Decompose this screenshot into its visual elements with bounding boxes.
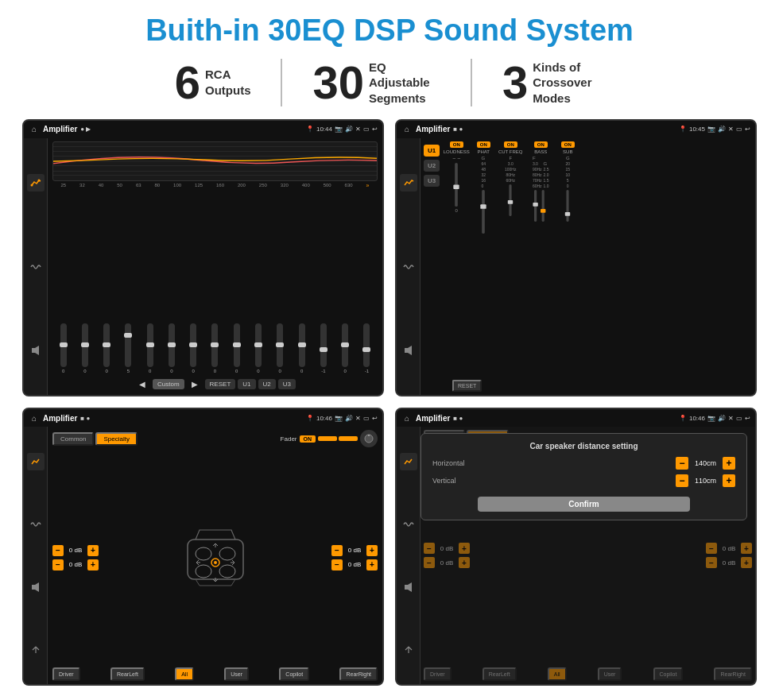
sub-slider[interactable] [561, 190, 574, 222]
back-icon-2[interactable]: ↩ [745, 126, 750, 133]
side-icons-4 [397, 427, 421, 684]
eq-u1-button[interactable]: U1 [238, 379, 255, 389]
plus-rr[interactable]: + [366, 559, 378, 570]
side-icon-speaker-2[interactable] [400, 342, 417, 359]
pin-icon-4: 📍 [679, 415, 687, 422]
icons-3: ■ ● [80, 415, 90, 422]
cam-icon-2: 📷 [707, 126, 715, 133]
car-diagram-svg [180, 524, 251, 591]
side-icon-eq-2[interactable] [400, 174, 417, 191]
dialog-plus-vertical[interactable]: + [723, 474, 735, 487]
fader-slider-1[interactable] [318, 436, 337, 441]
copilot-btn-3[interactable]: Copilot [279, 667, 309, 681]
side-icon-speaker-3[interactable] [27, 578, 45, 596]
svg-point-28 [214, 561, 217, 564]
channels-wrapper: ON LOUDNESS ~~ 0 [442, 141, 752, 376]
status-bar-left-4: ⌂ Amplifier ■ ● [401, 412, 463, 423]
side-icon-wave-2[interactable] [400, 258, 417, 276]
app-title-3: Amplifier [43, 414, 77, 423]
bass-slider[interactable] [531, 190, 550, 222]
pin-icon-1: 📍 [306, 126, 314, 133]
eq-curve-svg [53, 142, 377, 180]
u1-button[interactable]: U1 [424, 145, 440, 157]
eq-prev-button[interactable]: ◀ [134, 378, 150, 390]
cam-icon-4: 📷 [707, 415, 715, 422]
tab-specialty-3[interactable]: Specialty [95, 432, 137, 446]
side-icon-eq-3[interactable] [27, 453, 45, 470]
tab-common-3[interactable]: Common [52, 432, 94, 446]
home-icon-2[interactable]: ⌂ [401, 124, 413, 135]
eq-slider-13: 0 [342, 323, 348, 373]
cutfreq-slider[interactable] [504, 184, 517, 216]
status-bar-4: ⌂ Amplifier ■ ● 📍 10:46 📷 🔊 ✕ ▭ ↩ [397, 409, 755, 427]
channel-label-cutfreq: CUT FREQ [498, 149, 523, 154]
status-bar-right-1: 📍 10:44 📷 🔊 ✕ ▭ ↩ [306, 126, 378, 133]
plus-fr[interactable]: + [366, 545, 378, 556]
dialog-minus-vertical[interactable]: − [676, 474, 688, 487]
side-icon-arrows-3[interactable] [27, 641, 45, 659]
loudness-slider[interactable] [448, 163, 464, 207]
status-bar-1: ⌂ Amplifier ● ▶ 📍 10:44 📷 🔊 ✕ ▭ ↩ [24, 121, 382, 138]
stat-number-crossover: 3 [502, 60, 528, 106]
fader-slider-2[interactable] [339, 436, 358, 441]
dialog-vertical-row: Vertical − 110cm + [432, 474, 735, 487]
home-icon-1[interactable]: ⌂ [29, 124, 40, 135]
side-icon-wave-4[interactable] [400, 516, 417, 533]
dialog-horizontal-control: − 140cm + [676, 457, 735, 470]
all-btn-3[interactable]: All [175, 667, 194, 681]
dialog-plus-horizontal[interactable]: + [723, 457, 735, 470]
u2-button[interactable]: U2 [424, 160, 440, 172]
top-tabs-3: Common Specialty [52, 432, 138, 446]
back-icon-3[interactable]: ↩ [372, 415, 378, 422]
speaker-area: − 0 dB + − 0 dB + [52, 451, 378, 664]
status-bar-left-3: ⌂ Amplifier ■ ● [29, 412, 90, 423]
eq-custom-button[interactable]: Custom [153, 379, 184, 389]
plus-fl[interactable]: + [87, 545, 99, 556]
user-btn-3[interactable]: User [224, 667, 249, 681]
reset-button-2[interactable]: RESET [452, 380, 482, 392]
fader-on-button[interactable]: ON [300, 435, 316, 443]
home-icon-3[interactable]: ⌂ [29, 412, 40, 423]
dialog-minus-horizontal[interactable]: − [676, 457, 688, 470]
eq-u3-button[interactable]: U3 [278, 379, 296, 389]
play-icon-1: ● ▶ [80, 126, 91, 133]
phat-slider[interactable] [477, 190, 490, 234]
back-icon-4[interactable]: ↩ [745, 415, 750, 422]
distance-dialog: Car speaker distance setting Horizontal … [421, 433, 747, 520]
svg-point-26 [219, 565, 235, 578]
stat-number-eq: 30 [312, 60, 364, 106]
minus-rl[interactable]: − [52, 559, 64, 570]
confirm-button[interactable]: Confirm [478, 497, 690, 512]
driver-btn-3[interactable]: Driver [52, 667, 80, 681]
u3-button[interactable]: U3 [424, 175, 440, 187]
minus-fl[interactable]: − [52, 545, 64, 556]
stats-row: 6 RCAOutputs 30 EQ AdjustableSegments 3 … [22, 59, 757, 106]
vol-icon-3: 🔊 [345, 415, 353, 422]
back-icon-1[interactable]: ↩ [372, 126, 378, 133]
rearright-btn-3[interactable]: RearRight [339, 667, 378, 681]
on-badge-loudness: ON [450, 141, 463, 148]
cam-icon-1: 📷 [335, 126, 343, 133]
eq-next-button[interactable]: ▶ [187, 378, 203, 390]
side-icon-wave-3[interactable] [27, 516, 45, 533]
side-icon-speaker-4[interactable] [400, 578, 417, 596]
side-icon-wave[interactable] [27, 258, 45, 276]
fader-knob[interactable] [360, 430, 378, 447]
on-badge-phat: ON [477, 141, 490, 148]
stat-label-eq: EQ AdjustableSegments [369, 60, 440, 106]
eq-u2-button[interactable]: U2 [258, 379, 276, 389]
eq-bottom-controls: ◀ Custom ▶ RESET U1 U2 U3 [52, 377, 378, 392]
home-icon-4[interactable]: ⌂ [401, 412, 413, 423]
eq-reset-button[interactable]: RESET [205, 379, 236, 389]
eq-slider-6: 0 [190, 323, 196, 373]
rearleft-btn-3[interactable]: RearLeft [110, 667, 145, 681]
minus-rr[interactable]: − [331, 559, 343, 570]
side-icon-eq-4[interactable] [400, 453, 417, 470]
side-icon-eq[interactable] [27, 174, 45, 191]
side-icon-speaker[interactable] [27, 342, 45, 359]
plus-rl[interactable]: + [87, 559, 99, 570]
svg-rect-2 [32, 348, 35, 353]
minus-fr[interactable]: − [331, 545, 343, 556]
side-icon-arrows-4[interactable] [400, 641, 417, 659]
channel-label-loudness: LOUDNESS [444, 149, 470, 154]
